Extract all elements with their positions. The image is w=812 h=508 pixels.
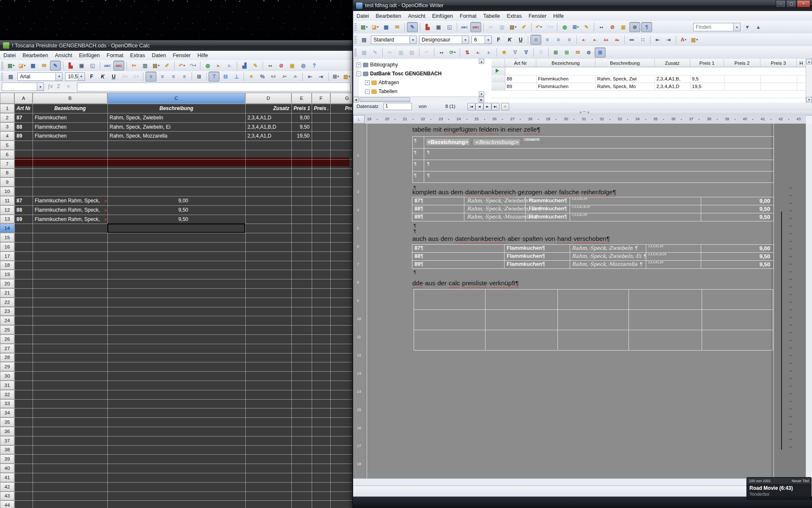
align-left-icon[interactable]: ≡ — [145, 72, 156, 82]
draw-functions-icon[interactable]: ✎ — [582, 22, 592, 32]
data-to-fields-icon[interactable]: ⊞ — [562, 48, 572, 57]
header-cell-C[interactable]: Beschreibung — [110, 104, 243, 113]
cell-C13[interactable]: 9,50 — [110, 215, 188, 224]
cell-cursor[interactable] — [107, 224, 245, 233]
menu-bearbeiten[interactable]: Bearbeiten — [19, 51, 51, 60]
gallery-icon[interactable]: ▣ — [287, 61, 297, 70]
doc-table-cell[interactable]: Flammkuchen¶ — [507, 261, 568, 267]
cut-icon[interactable]: ✂ — [385, 48, 395, 57]
cell-B11[interactable]: Flammkuchen Rahm, Speck, — [35, 196, 106, 206]
toolbar-grip[interactable] — [1, 73, 3, 80]
first-record-icon[interactable]: |◀ — [467, 103, 475, 110]
mail-icon[interactable]: ✉ — [39, 61, 49, 70]
formatting-marks-icon[interactable]: ¶ — [641, 22, 652, 32]
delete-decimal-icon[interactable]: ,0- — [290, 72, 300, 81]
cell-A2[interactable]: 87 — [16, 113, 30, 123]
spellcheck-icon[interactable]: ABC — [459, 22, 469, 32]
sort-ascending-icon[interactable]: A↓ — [473, 48, 483, 57]
cell-name-box[interactable]: ▼ — [2, 83, 44, 91]
font-color-icon-dropdown[interactable]: ▾ — [126, 75, 128, 78]
record-selector-cell[interactable] — [491, 75, 505, 83]
menu-hilfe[interactable]: Hilfe — [550, 12, 567, 20]
doc-table-cell[interactable]: Rahm,·Speck,·Zwiebeln ¶ — [467, 198, 524, 204]
cell-C3[interactable]: Rahm, Speck, Zwiebeln, Ei — [110, 123, 243, 132]
bold-icon[interactable]: F — [87, 72, 97, 81]
sort-descending-icon[interactable]: Z↓ — [484, 48, 494, 57]
calc-font-name-combo-dropdown-icon[interactable]: ▼ — [55, 73, 62, 80]
doc-table-cell[interactable]: 2,3,4,A1,D¶ — [572, 213, 699, 217]
highlight-color-icon-dropdown[interactable]: ▾ — [696, 38, 698, 41]
tree-expander-icon[interactable]: + — [365, 80, 370, 85]
find-toolbar-combo[interactable]: Finden▼ — [693, 23, 741, 31]
shrink-font-icon[interactable]: A↓ — [590, 35, 600, 44]
row-header-32[interactable]: 32 — [0, 390, 14, 399]
tree-item-tabellen[interactable]: −Tabellen — [365, 88, 398, 95]
cell-B3[interactable]: Flammkuchen — [35, 123, 105, 132]
mail-icon[interactable]: ✉ — [392, 22, 402, 32]
row-header-14[interactable]: 14 — [0, 224, 14, 233]
styles-panel-icon[interactable]: ▤ — [5, 72, 16, 81]
open-icon-dropdown[interactable]: ▾ — [377, 25, 379, 29]
find-previous-icon[interactable]: ▲ — [753, 22, 763, 32]
row-header-11[interactable]: 11 — [0, 196, 14, 205]
menu-fenster[interactable]: Fenster — [525, 12, 550, 20]
cell-C4[interactable]: Rahm, Speck, Mozzarella — [110, 132, 243, 141]
background-color-icon-dropdown[interactable]: ▾ — [348, 75, 350, 78]
minimize-button[interactable]: – — [776, 0, 786, 8]
ds-cell[interactable]: Flammkuchen — [538, 83, 594, 90]
cell-C11[interactable]: 9,00 — [110, 196, 188, 206]
menu-bearbeiten[interactable]: Bearbeiten — [372, 12, 404, 20]
row-header-16[interactable]: 16 — [0, 242, 14, 251]
row-header-8[interactable]: 8 — [0, 168, 14, 178]
font-color-icon-dropdown[interactable]: ▾ — [685, 38, 686, 41]
tree-item-abfragen[interactable]: +Abfragen — [365, 79, 399, 86]
mail-merge-field[interactable]: <Zusatz>¶ — [524, 138, 540, 141]
row-header-31[interactable]: 31 — [0, 381, 14, 390]
valign-top-icon[interactable]: ⊤ — [208, 72, 219, 82]
row-header-18[interactable]: 18 — [0, 261, 14, 270]
calc-font-size-combo-dropdown-icon[interactable]: ▼ — [78, 73, 85, 80]
row-header-19[interactable]: 19 — [0, 270, 14, 279]
maximize-button[interactable]: ▢ — [786, 0, 796, 8]
uppercase-icon[interactable]: ÂA — [601, 35, 611, 44]
ds-cell[interactable]: 87 — [507, 67, 535, 75]
undo-icon[interactable]: ↶▾ — [534, 22, 544, 32]
record-number-input[interactable]: 1 — [384, 103, 412, 110]
redo-icon[interactable]: ↷▾ — [188, 61, 198, 70]
valign-center-icon[interactable]: ⊟ — [220, 72, 230, 81]
menu-daten[interactable]: Daten — [148, 51, 169, 60]
row-header-37[interactable]: 37 — [0, 436, 14, 445]
sum-icon[interactable]: Σ — [57, 83, 60, 89]
mail-merge-field[interactable]: <Bezeichnung> — [426, 139, 469, 145]
cell-B13[interactable]: Flammkuchen Rahm, Speck, — [35, 215, 106, 224]
row-header-20[interactable]: 20 — [0, 279, 14, 288]
format-paintbrush-icon[interactable]: ✐ — [519, 22, 529, 32]
tree-item-datbank-tosc-gengenbach[interactable]: −DatBank Tosc GENGENBACH — [357, 70, 442, 77]
column-header-A[interactable]: A — [14, 93, 33, 104]
navigator-icon[interactable]: ⊘ — [607, 22, 617, 32]
doc-table-cell[interactable]: 2,3,4,A1,D¶ — [572, 197, 699, 201]
hyperlink-icon[interactable]: ◍ — [560, 22, 570, 32]
doc-table-cell[interactable]: 89¶ — [414, 261, 502, 267]
percent-icon[interactable]: % — [257, 72, 267, 81]
previous-record-icon[interactable]: ◀ — [475, 103, 483, 110]
pdf-export-icon[interactable]: ▙ — [66, 61, 76, 70]
toolbar-grip[interactable] — [1, 62, 3, 69]
name-box-dropdown-icon[interactable]: ▼ — [37, 83, 44, 91]
ds-cell[interactable]: 2,3,4,A1,B, — [656, 75, 689, 83]
row-header-22[interactable]: 22 — [0, 298, 14, 307]
copy-icon[interactable]: ▥ — [140, 61, 150, 70]
align-justify-icon[interactable]: ≡ — [564, 35, 574, 44]
cell-D2[interactable]: 2,3,4,A1,D — [247, 113, 289, 123]
ds-cell[interactable]: Rahm, Speck, Mo — [597, 83, 653, 90]
toolbar-grip[interactable] — [354, 36, 357, 44]
writer-titlebar[interactable]: test fdhsg.odt - OpenOffice Writer – ▢ ✕ — [353, 0, 812, 11]
ds-scroll-down-icon[interactable]: ▼ — [806, 97, 812, 102]
table-icon-dropdown[interactable]: ▾ — [577, 25, 579, 29]
ds-cell[interactable]: 88 — [507, 75, 535, 83]
highlight-color-icon-dropdown[interactable]: ▾ — [137, 75, 139, 78]
ds-cell[interactable]: 9 — [692, 67, 722, 75]
borders-icon-dropdown[interactable]: ▾ — [337, 75, 339, 78]
save-icon[interactable]: ▦ — [28, 61, 38, 70]
doc-table-cell[interactable]: 9,50 — [702, 214, 770, 220]
